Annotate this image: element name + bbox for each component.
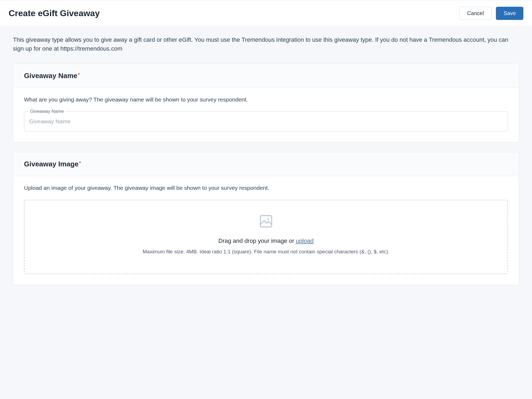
card-header: Giveaway Image* xyxy=(13,152,519,176)
content-area: This giveaway type allows you to give aw… xyxy=(0,27,532,303)
giveaway-name-description: What are you giving away? The giveaway n… xyxy=(24,96,508,103)
giveaway-image-card: Giveaway Image* Upload an image of your … xyxy=(13,152,519,285)
card-body: Upload an image of your giveaway. The gi… xyxy=(13,176,519,285)
dropzone-prefix: Drag and drop your image or xyxy=(218,237,296,244)
giveaway-image-title: Giveaway Image xyxy=(24,160,78,168)
required-asterisk: * xyxy=(78,72,80,78)
image-dropzone[interactable]: Drag and drop your image or upload Maxim… xyxy=(24,200,508,274)
giveaway-name-title: Giveaway Name xyxy=(24,72,77,80)
svg-point-1 xyxy=(268,219,268,219)
save-button[interactable]: Save xyxy=(496,7,523,20)
page-header: Create eGift Giveaway Cancel Save xyxy=(0,0,532,27)
upload-link[interactable]: upload xyxy=(296,237,314,244)
giveaway-name-input-label: Giveaway Name xyxy=(29,109,65,114)
page-description: This giveaway type allows you to give aw… xyxy=(13,35,519,53)
image-placeholder-icon xyxy=(258,214,274,230)
cancel-button[interactable]: Cancel xyxy=(459,7,492,20)
dropzone-hint: Maximum file size: 4MB. Ideal ratio 1:1 … xyxy=(30,249,502,255)
giveaway-name-input-wrapper: Giveaway Name xyxy=(24,111,508,131)
giveaway-name-input[interactable] xyxy=(24,112,508,131)
giveaway-name-card: Giveaway Name* What are you giving away?… xyxy=(13,64,519,142)
header-buttons: Cancel Save xyxy=(459,7,523,20)
card-body: What are you giving away? The giveaway n… xyxy=(13,88,519,142)
required-asterisk: * xyxy=(79,160,81,166)
dropzone-text: Drag and drop your image or upload xyxy=(30,237,502,244)
svg-rect-0 xyxy=(260,216,272,227)
giveaway-image-description: Upload an image of your giveaway. The gi… xyxy=(24,185,508,191)
page-title: Create eGift Giveaway xyxy=(9,8,100,18)
card-header: Giveaway Name* xyxy=(13,64,519,88)
